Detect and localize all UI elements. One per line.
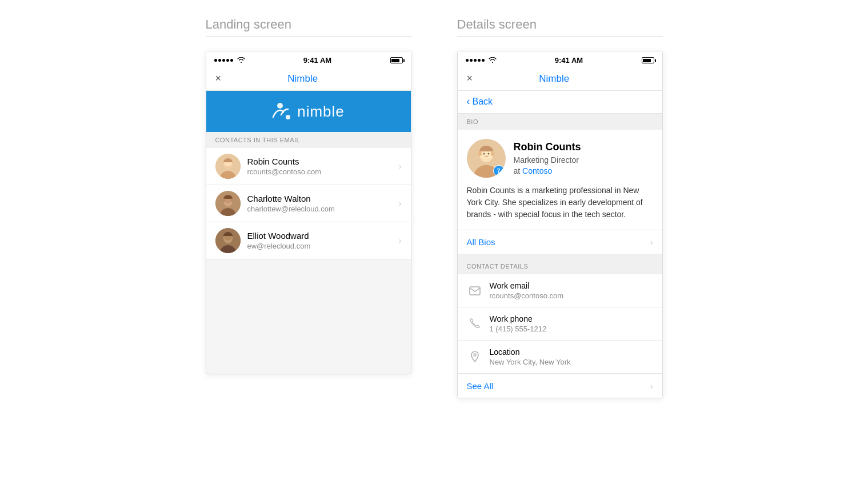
landing-nav-title: Nimble [287,73,318,85]
email-content: Work email rcounts@contoso.com [490,281,653,300]
signal-dots [214,59,233,62]
details-status-bar: 9:41 AM [458,51,662,68]
avatar-elliot [215,228,241,253]
detail-item-email[interactable]: Work email rcounts@contoso.com [458,274,662,307]
bio-contact-name: Robin Counts [514,141,581,153]
bio-section: 7 Robin Counts Marketing Director at Con… [458,130,662,230]
phone-label: Work phone [490,314,653,323]
contact-email-elliot: ew@relecloud.com [247,242,399,250]
svg-point-18 [491,151,494,156]
d-dot-3 [474,59,477,62]
contact-email-robin: rcounts@contoso.com [247,167,399,176]
contact-info-charlotte: Charlotte Walton charlottew@relecloud.co… [247,194,399,213]
svg-point-20 [487,153,489,155]
details-title: Details screen [457,17,537,32]
email-icon [467,283,483,299]
landing-empty-area [206,259,411,374]
contact-email-charlotte: charlottew@relecloud.com [247,205,399,213]
svg-point-1 [286,115,290,119]
d-dot-4 [478,59,481,62]
details-close-icon[interactable]: × [467,73,473,85]
details-status-left [466,57,497,64]
app-banner: nimble [206,91,411,132]
details-signal-dots [466,59,485,62]
bio-company[interactable]: Contoso [522,166,552,175]
back-chevron-icon: ‹ [467,95,470,107]
details-wifi-icon [489,57,497,64]
bio-company-line: at Contoso [514,166,581,175]
details-battery-fill [643,59,651,62]
phone-value: 1 (415) 555-1212 [490,325,653,333]
contact-item-robin[interactable]: Robin Counts rcounts@contoso.com › [206,148,411,185]
bio-contact-header: 7 Robin Counts Marketing Director at Con… [467,139,653,178]
dot-5 [230,59,233,62]
d-dot-1 [466,59,469,62]
dot-2 [218,59,221,62]
bio-contact-info: Robin Counts Marketing Director at Conto… [514,139,581,175]
dot-4 [226,59,229,62]
d-dot-5 [482,59,485,62]
contacts-section-header: CONTACTS IN THIS EMAIL [206,132,411,148]
landing-nav-bar: × Nimble [206,68,411,91]
details-divider [457,37,663,37]
phone-content: Work phone 1 (415) 555-1212 [490,314,653,333]
battery-fill [391,59,399,62]
chevron-elliot: › [399,236,402,245]
wifi-icon [237,57,245,64]
at-prefix: at [514,166,523,175]
landing-close-icon[interactable]: × [215,73,222,85]
svg-point-19 [483,153,485,155]
see-all-chevron: › [650,382,653,391]
landing-divider [206,37,411,37]
landing-phone: 9:41 AM × Nimble nimble [206,51,411,374]
svg-point-10 [231,198,233,202]
back-button[interactable]: ‹ Back [467,95,493,107]
details-phone: 9:41 AM × Nimble ‹ Back BIO [457,51,663,398]
status-left [214,57,245,64]
svg-point-0 [277,103,283,109]
d-dot-2 [470,59,473,62]
all-bios-label: All Bios [467,237,495,247]
email-value: rcounts@contoso.com [490,291,653,300]
bio-badge: 7 [493,165,505,177]
svg-rect-21 [470,287,480,295]
bio-section-header: BIO [458,114,662,130]
chevron-charlotte: › [399,199,402,208]
contact-name-robin: Robin Counts [247,157,399,166]
details-nav-title: Nimble [539,73,569,85]
details-status-right [642,57,654,63]
contact-item-charlotte[interactable]: Charlotte Walton charlottew@relecloud.co… [206,185,411,222]
status-right [390,57,403,63]
location-value: New York City, New York [490,358,653,366]
details-nav-bar: × Nimble [458,68,662,91]
all-bios-row[interactable]: All Bios › [458,230,662,254]
location-icon [467,349,483,365]
detail-item-location[interactable]: Location New York City, New York [458,341,662,374]
detail-item-phone[interactable]: Work phone 1 (415) 555-1212 [458,307,662,341]
avatar-charlotte [215,191,241,216]
svg-point-22 [474,354,476,356]
chevron-robin: › [399,162,402,171]
see-all-row[interactable]: See All › [458,374,662,398]
contact-info-robin: Robin Counts rcounts@contoso.com [247,157,399,176]
back-bar[interactable]: ‹ Back [458,91,662,114]
contact-info-elliot: Elliot Woodward ew@relecloud.com [247,231,399,250]
location-content: Location New York City, New York [490,347,653,366]
contact-details-header: CONTACT DETAILS [458,258,662,274]
landing-time: 9:41 AM [303,56,331,65]
svg-point-9 [223,198,225,202]
dot-1 [214,59,217,62]
logo-text: nimble [297,103,345,121]
landing-status-bar: 9:41 AM [206,51,411,68]
details-time: 9:41 AM [555,56,583,65]
dot-3 [222,59,225,62]
bio-text: Robin Counts is a marketing professional… [467,185,653,221]
landing-title: Landing screen [206,17,291,32]
battery-icon [390,57,403,63]
location-label: Location [490,347,653,357]
contact-name-charlotte: Charlotte Walton [247,194,399,203]
all-bios-chevron: › [650,238,653,247]
contact-item-elliot[interactable]: Elliot Woodward ew@relecloud.com › [206,222,411,259]
contact-name-elliot: Elliot Woodward [247,231,399,241]
app-logo: nimble [272,101,345,122]
